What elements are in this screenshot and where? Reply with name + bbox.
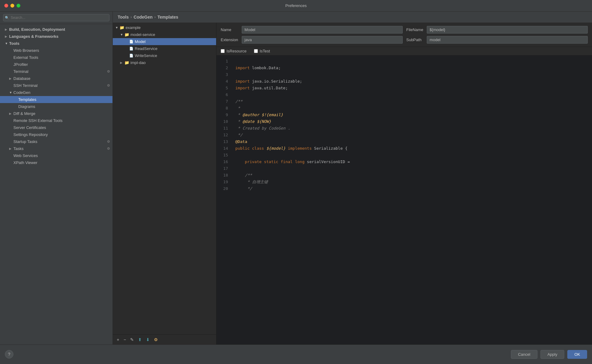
expand-arrow: ▼ [9,91,13,94]
tree-item-model[interactable]: ▶ 📄 Model [113,38,216,45]
filename-input[interactable] [427,26,588,34]
sidebar-item-database[interactable]: ▶ Database [0,75,112,82]
nav-tree: ▶ Build, Execution, Deployment ▶ Languag… [0,24,112,344]
isresource-checkbox[interactable] [221,49,225,53]
main-content: 🔍 ▶ Build, Execution, Deployment ▶ Langu… [0,12,592,344]
help-button[interactable]: ? [5,350,13,359]
bottom-bar: Cancel Apply OK [0,344,592,364]
sidebar-label: Build, Execution, Deployment [9,27,65,32]
tree-item-label: ReadService [135,46,157,51]
settings-icon: ⚙ [107,84,110,87]
move-up-button[interactable]: ⬆ [137,337,143,343]
breadcrumb-codegen: CodeGen [134,15,152,20]
sidebar-item-web-services[interactable]: ▶ Web Services [0,152,112,159]
sidebar-label: Web Browsers [13,48,39,53]
template-tree: ▼ 📁 example ▼ 📁 model-service ▶ [113,23,216,344]
breadcrumb-tools: Tools [118,15,129,20]
breadcrumb-sep: › [130,15,132,19]
folder-arrow: ▼ [120,33,124,36]
folder-icon: 📁 [124,32,129,37]
sidebar-item-templates[interactable]: ▶ Templates [0,96,112,103]
file-icon: 📄 [129,47,134,51]
extension-input[interactable] [242,36,403,44]
settings-gear-button[interactable]: ⚙ [152,337,159,343]
istest-checkbox[interactable] [254,49,258,53]
sidebar-label: Diff & Merge [13,111,35,116]
istest-label[interactable]: IsTest [254,49,270,53]
tree-item-label: WriteService [135,53,157,58]
right-panel: Tools › CodeGen › Templates ▼ 📁 example [113,12,592,344]
sidebar-label: JProfiler [13,62,28,67]
sidebar-item-ssh-terminal[interactable]: ▶ SSH Terminal ⚙ [0,82,112,89]
expand-arrow: ▶ [9,112,13,115]
template-editor: Name FileName Extension SubPath IsResour… [216,23,592,344]
checkbox-row: IsResource IsTest [216,47,592,55]
breadcrumb: Tools › CodeGen › Templates [113,12,592,23]
sidebar-item-jprofiler[interactable]: ▶ JProfiler [0,61,112,68]
preferences-window: Preferences 🔍 ▶ Build, Execution, Deploy… [0,0,592,364]
sidebar-label: Diagrams [18,104,35,109]
sidebar-item-web-browsers[interactable]: ▶ Web Browsers [0,47,112,54]
tree-item-write-service[interactable]: ▶ 📄 WriteService [113,52,216,59]
cancel-button[interactable]: Cancel [511,350,537,359]
sidebar-item-diagrams[interactable]: ▶ Diagrams [0,103,112,110]
expand-arrow: ▶ [9,77,13,80]
tree-item-read-service[interactable]: ▶ 📄 ReadService [113,45,216,52]
expand-arrow: ▶ [5,35,9,38]
sidebar-item-build-exec[interactable]: ▶ Build, Execution, Deployment [0,26,112,33]
tree-item-impl-dao[interactable]: ▶ 📁 impl-dao [113,59,216,66]
sidebar-label: Web Services [13,153,38,158]
file-icon: 📄 [129,54,134,58]
subpath-label: SubPath [406,37,423,42]
search-icon: 🔍 [5,16,9,20]
sidebar-item-tools[interactable]: ▼ Tools [0,40,112,47]
sidebar-item-codegen[interactable]: ▼ CodeGen [0,89,112,96]
code-editor[interactable]: 1 2 3 4 5 6 7 8 9 10 11 12 13 [216,55,592,344]
close-button[interactable] [4,4,8,8]
expand-arrow: ▶ [5,28,9,31]
search-input[interactable] [3,14,109,21]
sidebar-item-languages[interactable]: ▶ Languages & Frameworks [0,33,112,40]
sidebar-label: XPath Viewer [13,160,37,165]
remove-button[interactable]: − [122,337,127,343]
sidebar-label: External Tools [13,55,38,60]
settings-icon: ⚙ [107,140,110,144]
minimize-button[interactable] [10,4,14,8]
name-input[interactable] [242,26,403,34]
isresource-label[interactable]: IsResource [221,49,247,53]
sidebar: 🔍 ▶ Build, Execution, Deployment ▶ Langu… [0,12,113,344]
sidebar-item-xpath-viewer[interactable]: ▶ XPath Viewer [0,159,112,166]
folder-arrow: ▼ [115,26,119,29]
line-numbers: 1 2 3 4 5 6 7 8 9 10 11 12 13 [216,55,232,344]
sidebar-label: Tasks [13,146,23,151]
tree-item-label: impl-dao [130,60,146,65]
tree-item-model-service[interactable]: ▼ 📁 model-service [113,31,216,38]
subpath-input[interactable] [427,36,588,44]
sidebar-item-remote-ssh[interactable]: ▶ Remote SSH External Tools [0,117,112,124]
apply-button[interactable]: Apply [540,350,565,359]
settings-icon: ⚙ [107,147,110,151]
sidebar-item-external-tools[interactable]: ▶ External Tools [0,54,112,61]
settings-icon: ⚙ [107,70,110,73]
ok-button[interactable]: OK [567,350,587,359]
tree-item-example[interactable]: ▼ 📁 example [113,24,216,31]
form-fields: Name FileName Extension SubPath [216,23,592,47]
code-content[interactable]: import lombok.Data; import java.io.Seria… [232,55,592,344]
sidebar-item-settings-repo[interactable]: ▶ Settings Repository [0,131,112,138]
search-bar: 🔍 [0,12,112,24]
sidebar-item-tasks[interactable]: ▶ Tasks ⚙ [0,145,112,152]
traffic-lights [4,4,20,8]
maximize-button[interactable] [16,4,20,8]
extension-label: Extension [221,37,238,42]
tree-toolbar: + − ✎ ⬆ ⬇ ⚙ [113,334,216,344]
sidebar-item-diff-merge[interactable]: ▶ Diff & Merge [0,110,112,117]
sidebar-item-startup-tasks[interactable]: ▶ Startup Tasks ⚙ [0,138,112,145]
sidebar-item-server-certs[interactable]: ▶ Server Certificates [0,124,112,131]
sidebar-label: Remote SSH External Tools [13,118,62,123]
edit-button[interactable]: ✎ [129,337,135,343]
sidebar-item-terminal[interactable]: ▶ Terminal ⚙ [0,68,112,75]
move-down-button[interactable]: ⬇ [144,337,151,343]
tree-item-label: model-service [130,32,155,37]
add-button[interactable]: + [115,337,121,343]
folder-icon: 📁 [124,60,129,65]
